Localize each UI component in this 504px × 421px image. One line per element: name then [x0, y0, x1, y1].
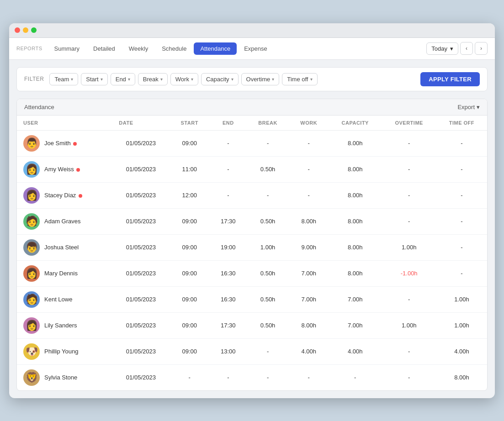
- overtime-cell: -: [382, 286, 436, 312]
- table-row: 🧑 Kent Lowe 01/05/202309:0016:300.50h7.0…: [17, 286, 487, 312]
- work-cell: 9.00h: [289, 234, 329, 260]
- filter-capacity[interactable]: Capacity▾: [201, 73, 239, 85]
- filter-start[interactable]: Start▾: [81, 73, 107, 85]
- avatar: 👩: [23, 161, 40, 178]
- tab-weekly[interactable]: Weekly: [122, 42, 154, 55]
- user-name: Kent Lowe: [44, 296, 72, 303]
- overtime-cell: -1.00h: [382, 260, 436, 286]
- table-header-row: USERDATESTARTENDBREAKWORKCAPACITYOVERTIM…: [17, 116, 487, 131]
- apply-filter-button[interactable]: APPLY FILTER: [420, 72, 480, 86]
- table-row: 🦁 Sylvia Stone 01/05/2023------8.00h: [17, 364, 487, 390]
- start-cell: 09:00: [169, 208, 209, 234]
- table-row: 👦 Joshua Steel 01/05/202309:0019:001.00h…: [17, 234, 487, 260]
- work-cell: -: [289, 364, 329, 390]
- filter-break[interactable]: Break▾: [138, 73, 168, 85]
- tab-attendance[interactable]: Attendance: [194, 42, 237, 55]
- user-cell: 👩 Stacey Diaz: [17, 182, 112, 208]
- overtime-cell: -: [382, 156, 436, 182]
- minimize-button[interactable]: [23, 27, 28, 33]
- capacity-cell: 4.00h: [329, 338, 382, 364]
- user-name: Lily Sanders: [44, 322, 77, 329]
- avatar: 🦁: [23, 369, 40, 386]
- table-row: 👩 Stacey Diaz 01/05/202312:00---8.00h--: [17, 182, 487, 208]
- work-cell: -: [289, 156, 329, 182]
- filter-overtime[interactable]: Overtime▾: [241, 73, 280, 85]
- filter-time-off[interactable]: Time off▾: [282, 73, 317, 85]
- capacity-cell: 7.00h: [329, 312, 382, 338]
- col-start: START: [169, 116, 209, 131]
- export-label: Export: [457, 104, 475, 111]
- start-cell: 09:00: [169, 338, 209, 364]
- overtime-cell: -: [382, 182, 436, 208]
- tab-summary[interactable]: Summary: [48, 42, 86, 55]
- avatar: 🐶: [23, 343, 40, 360]
- avatar: 🧑: [23, 291, 40, 308]
- tab-expense[interactable]: Expense: [238, 42, 274, 55]
- end-cell: 17:30: [210, 312, 247, 338]
- avatar: 👩: [23, 187, 40, 204]
- start-cell: 09:00: [169, 260, 209, 286]
- end-cell: 16:30: [210, 260, 247, 286]
- date-cell: 01/05/2023: [112, 312, 169, 338]
- avatar: 👩: [23, 317, 40, 334]
- overtime-cell: -: [382, 364, 436, 390]
- overtime-cell: -: [382, 208, 436, 234]
- reports-label: REPORTS: [16, 46, 42, 51]
- start-cell: 09:00: [169, 312, 209, 338]
- table-row: 👩 Mary Dennis 01/05/202309:0016:300.50h7…: [17, 260, 487, 286]
- work-cell: 8.00h: [289, 208, 329, 234]
- user-cell: 🧑 Adam Graves: [17, 208, 112, 234]
- break-cell: 0.50h: [247, 312, 289, 338]
- capacity-cell: 8.00h: [329, 156, 382, 182]
- timeoff-cell: -: [436, 130, 487, 156]
- end-cell: -: [210, 156, 247, 182]
- break-cell: -: [247, 182, 289, 208]
- filter-label: FILTER: [24, 76, 44, 82]
- today-label: Today: [431, 45, 447, 52]
- close-button[interactable]: [15, 27, 20, 33]
- next-button[interactable]: ›: [475, 42, 488, 55]
- avatar: 🧑: [23, 213, 40, 230]
- user-cell: 🦁 Sylvia Stone: [17, 364, 112, 390]
- start-cell: 09:00: [169, 286, 209, 312]
- end-cell: 17:30: [210, 208, 247, 234]
- timeoff-cell: -: [436, 156, 487, 182]
- prev-button[interactable]: ‹: [460, 42, 473, 55]
- user-cell: 👩 Amy Weiss: [17, 156, 112, 182]
- date-cell: 01/05/2023: [112, 338, 169, 364]
- date-cell: 01/05/2023: [112, 208, 169, 234]
- export-button[interactable]: Export ▾: [457, 104, 480, 111]
- filter-team[interactable]: Team▾: [49, 73, 78, 85]
- tab-detailed[interactable]: Detailed: [87, 42, 122, 55]
- start-cell: 11:00: [169, 156, 209, 182]
- capacity-cell: 8.00h: [329, 234, 382, 260]
- timeoff-cell: -: [436, 208, 487, 234]
- tab-schedule[interactable]: Schedule: [155, 42, 193, 55]
- start-cell: 09:00: [169, 130, 209, 156]
- avatar: 👦: [23, 239, 40, 256]
- today-chevron: ▾: [450, 45, 453, 52]
- table-row: 👨 Joe Smith 01/05/202309:00---8.00h--: [17, 130, 487, 156]
- end-cell: 19:00: [210, 234, 247, 260]
- start-cell: 09:00: [169, 234, 209, 260]
- break-cell: 0.50h: [247, 156, 289, 182]
- capacity-cell: 8.00h: [329, 260, 382, 286]
- date-cell: 01/05/2023: [112, 286, 169, 312]
- user-name: Joshua Steel: [44, 244, 79, 251]
- table-container: Attendance Export ▾ USERDATESTARTENDBREA…: [16, 99, 488, 391]
- col-end: END: [210, 116, 247, 131]
- user-cell: 🧑 Kent Lowe: [17, 286, 112, 312]
- attendance-table: USERDATESTARTENDBREAKWORKCAPACITYOVERTIM…: [17, 116, 487, 390]
- user-cell: 👨 Joe Smith: [17, 130, 112, 156]
- today-select[interactable]: Today ▾: [426, 42, 458, 55]
- date-cell: 01/05/2023: [112, 182, 169, 208]
- capacity-cell: 8.00h: [329, 182, 382, 208]
- avatar: 👨: [23, 135, 40, 152]
- overtime-cell: 1.00h: [382, 312, 436, 338]
- filter-end[interactable]: End▾: [111, 73, 135, 85]
- timeoff-cell: 8.00h: [436, 364, 487, 390]
- work-cell: 7.00h: [289, 286, 329, 312]
- content: FILTER Team▾Start▾End▾Break▾Work▾Capacit…: [9, 60, 495, 398]
- filter-work[interactable]: Work▾: [170, 73, 198, 85]
- maximize-button[interactable]: [31, 27, 37, 33]
